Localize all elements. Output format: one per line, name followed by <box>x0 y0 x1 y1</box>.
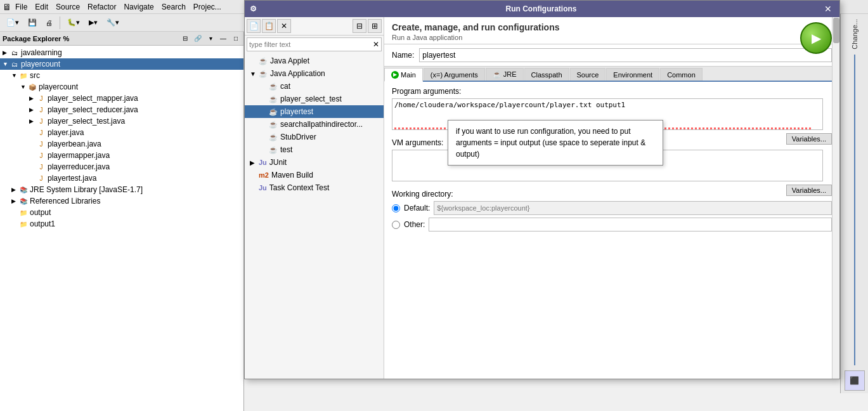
menu-file[interactable]: File <box>15 3 27 11</box>
other-dir-input[interactable] <box>429 218 832 232</box>
expand-icon[interactable]: ▶ <box>29 107 36 113</box>
config-item-java-application[interactable]: ▼ ☕ Java Application <box>245 67 384 80</box>
tree-item-javalearning[interactable]: ▶ 🗂 javalearning <box>0 47 243 58</box>
menu-edit[interactable]: Edit <box>35 3 48 11</box>
tree-item-player-select-reducer[interactable]: ▶ J player_select_reducer.java <box>0 104 243 115</box>
duplicate-config-btn[interactable]: 📋 <box>262 19 276 33</box>
tree-item-playerbean[interactable]: J playerbean.java <box>0 138 243 150</box>
menu-navigate[interactable]: Navigate <box>124 3 153 11</box>
run-btn-toolbar[interactable]: ▶▾ <box>85 16 101 29</box>
expand-icon[interactable]: ▶ <box>11 186 18 193</box>
annotation-box: if you want to use run configuration, yo… <box>448 120 663 166</box>
save-btn[interactable]: 💾 <box>24 16 41 29</box>
other-radio[interactable] <box>392 221 400 229</box>
expand-icon[interactable] <box>29 164 36 170</box>
side-panel-button[interactable]: ⬛ <box>845 370 865 391</box>
package-explorer-badge: % <box>63 35 69 42</box>
external-tools-btn[interactable]: 🔧▾ <box>103 16 123 29</box>
collapse-all-btn[interactable]: ⊟ <box>180 34 190 44</box>
menu-refactor[interactable]: Refactor <box>87 3 116 11</box>
tree-item-jre[interactable]: ▶ 📚 JRE System Library [JavaSE-1.7] <box>0 184 243 195</box>
delete-config-btn[interactable]: ✕ <box>277 19 291 33</box>
menu-source[interactable]: Source <box>56 3 80 11</box>
config-item-test[interactable]: ☕ test <box>245 143 384 156</box>
filter-input[interactable] <box>249 41 373 48</box>
expand-icon[interactable]: ▶ <box>29 95 36 101</box>
config-item-task-context-test[interactable]: Ju Task Context Test <box>245 181 384 194</box>
dialog-scrollbar[interactable] <box>832 17 839 379</box>
tree-item-playertest[interactable]: J playertest.java <box>0 173 243 184</box>
dialog-close-btn[interactable]: ✕ <box>822 4 834 14</box>
tree-item-player-select-test[interactable]: ▶ J player_select_test.java <box>0 115 243 127</box>
tab-arguments[interactable]: (x=) Arguments <box>424 68 485 81</box>
expand-icon[interactable]: ▼ <box>20 84 27 90</box>
variables-btn-1[interactable]: Variables... <box>786 133 832 145</box>
expand-icon[interactable] <box>29 152 36 159</box>
tab-arguments-label: (x=) Arguments <box>431 71 478 79</box>
expand-icon[interactable]: ▼ <box>3 61 9 67</box>
expand-icon[interactable] <box>11 221 18 227</box>
tab-common[interactable]: Common <box>660 68 703 81</box>
expand-icon[interactable]: ▼ <box>11 72 18 79</box>
tree-label: playertest.java <box>48 174 96 183</box>
new-btn[interactable]: 📄▾ <box>3 16 23 29</box>
tree-item-output[interactable]: 📁 output <box>0 207 243 218</box>
java-icon: J <box>37 128 46 137</box>
config-item-playertest[interactable]: ☕ playertest <box>245 105 384 118</box>
tab-source[interactable]: Source <box>570 68 606 81</box>
tree-item-player[interactable]: J player.java <box>0 127 243 138</box>
tree-item-pkg-playercount[interactable]: ▼ 📦 playercount <box>0 81 243 93</box>
menu-project[interactable]: Projec... <box>193 3 221 11</box>
print-btn[interactable]: 🖨 <box>42 17 56 29</box>
default-radio[interactable] <box>392 204 400 212</box>
minimize-btn[interactable]: — <box>218 34 228 44</box>
expand-icon[interactable] <box>29 175 36 181</box>
collapse-all-config-btn[interactable]: ⊟ <box>353 19 366 33</box>
tree-item-playerreducer[interactable]: J playerreducer.java <box>0 161 243 173</box>
default-dir-input[interactable] <box>434 201 832 215</box>
expand-all-config-btn[interactable]: ⊞ <box>368 19 382 33</box>
menu-search[interactable]: Search <box>162 3 186 11</box>
tab-classpath[interactable]: Classpath <box>524 68 569 81</box>
tree-item-output1[interactable]: 📁 output1 <box>0 218 243 230</box>
tree-item-player-select-mapper[interactable]: ▶ J player_select_mapper.java <box>0 93 243 104</box>
tree-label: playerbean.java <box>48 140 101 148</box>
dialog-header-section: Create, manage, and run configurations R… <box>384 17 839 44</box>
debug-btn[interactable]: 🐛▾ <box>63 16 84 29</box>
filter-box[interactable]: ✕ <box>247 37 382 51</box>
expand-icon[interactable] <box>11 209 18 216</box>
tree-label: Referenced Libraries <box>30 197 100 206</box>
config-item-stubdriver[interactable]: ☕ StubDriver <box>245 131 384 143</box>
tabs-row: ▶ Main (x=) Arguments ☕ JRE Classpath So… <box>384 67 839 82</box>
expand-icon[interactable] <box>29 141 36 147</box>
config-item-maven-build[interactable]: m2 Maven Build <box>245 169 384 181</box>
config-item-player-select-test[interactable]: ☕ player_select_test <box>245 93 384 105</box>
name-input[interactable] <box>419 48 832 62</box>
config-item-java-applet[interactable]: ☕ Java Applet <box>245 55 384 67</box>
clear-filter-icon[interactable]: ✕ <box>373 40 379 49</box>
tree-item-playermapper[interactable]: J playermapper.java <box>0 150 243 161</box>
link-editor-btn[interactable]: 🔗 <box>193 34 203 44</box>
tree-item-src[interactable]: ▼ 📁 src <box>0 70 243 81</box>
tab-environment[interactable]: Environment <box>606 68 659 81</box>
variables-btn-2[interactable]: Variables... <box>786 185 832 196</box>
tree-item-playercount[interactable]: ▼ 🗂 playercount <box>0 58 243 70</box>
tree-label: JRE System Library [JavaSE-1.7] <box>30 185 143 194</box>
tab-environment-label: Environment <box>613 71 652 79</box>
config-item-cat[interactable]: ☕ cat <box>245 80 384 93</box>
dialog-title: Run Configurations <box>506 4 577 13</box>
new-config-btn[interactable]: 📄 <box>247 19 261 33</box>
expand-icon[interactable] <box>29 129 36 136</box>
tab-jre[interactable]: ☕ JRE <box>486 68 524 81</box>
expand-icon[interactable]: ▶ <box>29 118 36 124</box>
scrollbar-thumb[interactable] <box>833 18 839 43</box>
expand-icon[interactable]: ▶ <box>3 49 9 56</box>
tab-main[interactable]: ▶ Main <box>384 68 423 82</box>
tree-item-reflibs[interactable]: ▶ 📚 Referenced Libraries <box>0 195 243 207</box>
maximize-btn[interactable]: □ <box>231 34 241 44</box>
config-item-searchallpath[interactable]: ☕ searchallpathindirector... <box>245 118 384 131</box>
config-item-junit[interactable]: ▶ Ju JUnit <box>245 156 384 169</box>
expand-icon[interactable]: ▶ <box>11 198 18 204</box>
panel-menu-btn[interactable]: ▾ <box>205 34 216 44</box>
run-button[interactable]: ▶ <box>800 22 832 54</box>
